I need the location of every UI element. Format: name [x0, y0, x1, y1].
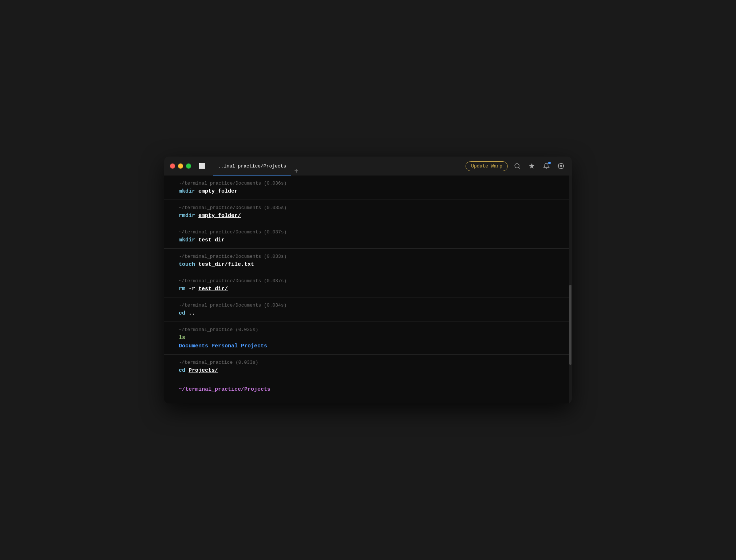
svg-marker-2: [529, 163, 535, 169]
search-icon[interactable]: [512, 161, 522, 171]
command-block: ~/terminal_practice/Documents (0.033s) t…: [164, 249, 572, 273]
cmd-arg: empty_folder/: [198, 213, 241, 219]
cmd-arg: ..: [189, 310, 195, 316]
command-line: cd Projects/: [179, 367, 557, 374]
new-tab-button[interactable]: +: [291, 167, 301, 176]
terminal-content[interactable]: ~/terminal_practice/Documents (0.036s) m…: [164, 176, 572, 403]
ai-icon[interactable]: [527, 161, 537, 171]
svg-line-1: [518, 167, 519, 168]
cmd-keyword: ls: [179, 335, 185, 341]
prompt-line: ~/terminal_practice/Documents (0.033s): [179, 254, 557, 259]
scrollbar-thumb[interactable]: [569, 285, 571, 365]
cmd-keyword: cd: [179, 310, 185, 316]
command-block: ~/terminal_practice/Documents (0.034s) c…: [164, 297, 572, 322]
split-icon[interactable]: ⬜: [198, 162, 206, 170]
prompt-line: ~/terminal_practice (0.035s): [179, 327, 557, 332]
cmd-arg: Projects/: [189, 367, 218, 374]
close-button[interactable]: [170, 163, 175, 169]
prompt-line: ~/terminal_practice (0.033s): [179, 360, 557, 365]
prompt-line: ~/terminal_practice/Documents (0.037s): [179, 278, 557, 284]
command-line: touch test_dir/file.txt: [179, 261, 557, 268]
traffic-lights: [170, 163, 191, 169]
cmd-keyword: mkdir: [179, 237, 195, 243]
minimize-button[interactable]: [178, 163, 183, 169]
command-line: ls: [179, 335, 557, 341]
output-line: Documents Personal Projects: [179, 343, 557, 349]
cmd-keyword: rmdir: [179, 213, 195, 219]
notification-icon[interactable]: [541, 161, 551, 171]
prompt-line: ~/terminal_practice/Documents (0.036s): [179, 181, 557, 186]
terminal-window: ⬜ ..inal_practice/Projects + Update Warp: [164, 157, 572, 403]
active-tab[interactable]: ..inal_practice/Projects: [213, 157, 291, 176]
cmd-arg: test_dir/: [198, 286, 228, 292]
output-dirs: Documents Personal Projects: [179, 343, 267, 349]
cmd-keyword: cd: [179, 367, 185, 374]
update-warp-button[interactable]: Update Warp: [466, 161, 508, 171]
command-block: ~/terminal_practice/Documents (0.036s) m…: [164, 176, 572, 200]
svg-point-0: [515, 163, 519, 168]
cmd-keyword: touch: [179, 261, 195, 268]
notification-dot: [548, 162, 551, 164]
command-block: ~/terminal_practice/Documents (0.037s) r…: [164, 273, 572, 297]
titlebar: ⬜ ..inal_practice/Projects + Update Warp: [164, 157, 572, 176]
cmd-arg: test_dir: [198, 237, 225, 243]
titlebar-actions: Update Warp: [466, 161, 566, 171]
cmd-keyword: mkdir: [179, 188, 195, 194]
command-block: ~/terminal_practice (0.035s) ls Document…: [164, 322, 572, 355]
command-line: rmdir empty_folder/: [179, 213, 557, 219]
command-line: mkdir empty_folder: [179, 188, 557, 194]
command-line: cd ..: [179, 310, 557, 316]
svg-point-3: [560, 165, 562, 167]
cmd-arg: test_dir/file.txt: [198, 261, 254, 268]
command-line: rm -r test_dir/: [179, 286, 557, 292]
command-block: ~/terminal_practice/Documents (0.035s) r…: [164, 200, 572, 224]
cmd-flag: -r: [189, 286, 195, 292]
prompt-line: ~/terminal_practice/Documents (0.034s): [179, 303, 557, 308]
prompt-line: ~/terminal_practice/Documents (0.037s): [179, 229, 557, 235]
current-prompt: ~/terminal_practice/Projects: [164, 379, 572, 403]
command-block: ~/terminal_practice (0.033s) cd Projects…: [164, 355, 572, 379]
settings-icon[interactable]: [556, 161, 566, 171]
cmd-arg: empty_folder: [198, 188, 238, 194]
tab-title: ..inal_practice/Projects: [218, 163, 286, 169]
command-block: ~/terminal_practice/Documents (0.037s) m…: [164, 224, 572, 249]
prompt-text: ~/terminal_practice/Projects: [179, 386, 270, 393]
tab-container: ..inal_practice/Projects +: [213, 157, 461, 176]
prompt-line: ~/terminal_practice/Documents (0.035s): [179, 205, 557, 210]
maximize-button[interactable]: [186, 163, 191, 169]
scrollbar-track[interactable]: [569, 176, 572, 403]
cmd-keyword: rm: [179, 286, 185, 292]
command-line: mkdir test_dir: [179, 237, 557, 243]
